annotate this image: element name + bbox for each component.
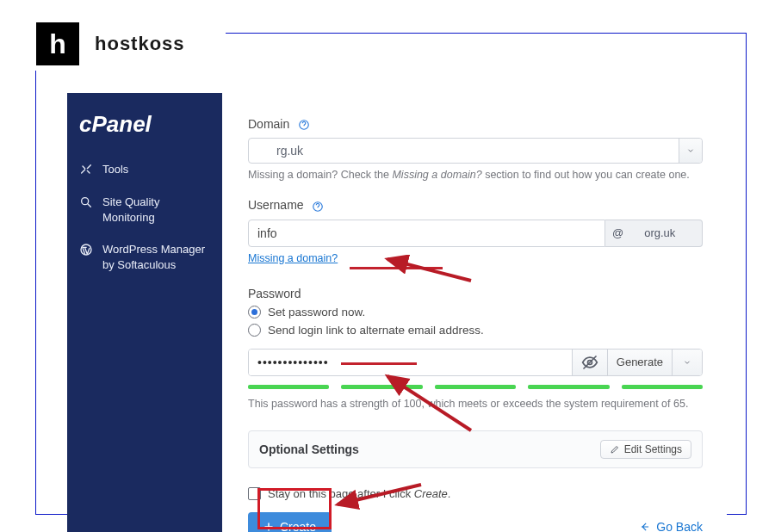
optional-settings-section: Optional Settings Edit Settings	[248, 430, 703, 468]
pencil-icon	[610, 444, 620, 455]
wordpress-icon	[78, 242, 94, 257]
arrow-left-icon	[639, 521, 651, 532]
chevron-down-icon	[679, 139, 702, 163]
cpanel-logo: cPanel	[67, 106, 222, 153]
go-back-link[interactable]: Go Back	[639, 520, 703, 532]
radio-icon	[248, 306, 261, 319]
plus-icon	[264, 522, 274, 532]
brand-logo: h	[36, 22, 79, 65]
help-icon[interactable]	[298, 119, 310, 131]
radio-icon	[248, 324, 261, 337]
sidebar-item-site-quality[interactable]: Site Quality Monitoring	[67, 186, 222, 233]
section-title: Optional Settings	[259, 442, 359, 456]
brand-name: hostkoss	[95, 33, 185, 55]
stay-on-page-checkbox[interactable]: Stay on this page after I click Create.	[248, 487, 703, 500]
edit-settings-button[interactable]: Edit Settings	[600, 440, 691, 459]
username-label: Username	[248, 198, 703, 212]
create-button[interactable]: Create	[248, 512, 332, 532]
help-icon[interactable]	[312, 201, 324, 213]
username-input[interactable]	[248, 220, 605, 247]
svg-point-0	[82, 198, 89, 205]
sidebar-item-tools[interactable]: Tools	[67, 153, 222, 186]
domain-label: Domain	[248, 117, 703, 131]
form-footer: Create Go Back	[248, 512, 703, 532]
brand-bar: h hostkoss	[26, 17, 226, 71]
username-domain-addon: @ org.uk	[605, 220, 703, 247]
password-label: Password	[248, 287, 703, 300]
password-input[interactable]	[249, 350, 572, 375]
generate-password-button[interactable]: Generate	[607, 350, 672, 375]
cpanel-window: cPanel Tools Site Quality Monitoring Wor…	[67, 93, 727, 532]
domain-select-value: rg.uk	[249, 144, 679, 158]
sidebar-item-label: Tools	[102, 162, 128, 177]
radio-label: Set password now.	[268, 306, 365, 319]
eye-off-icon	[581, 354, 598, 371]
username-row: @ org.uk	[248, 220, 703, 247]
password-row: Generate	[248, 349, 703, 376]
chevron-down-icon	[683, 358, 691, 367]
radio-set-now[interactable]: Set password now.	[248, 306, 703, 319]
password-strength-text: This password has a strength of 100, whi…	[248, 398, 703, 410]
radio-send-link[interactable]: Send login link to alternate email addre…	[248, 324, 703, 337]
checkbox-label: Stay on this page after I click Create.	[268, 487, 450, 500]
tools-icon	[78, 162, 94, 177]
sidebar-item-label: WordPress Manager by Softaculous	[102, 242, 211, 272]
domain-select[interactable]: rg.uk	[248, 138, 703, 164]
main-panel: Domain rg.uk Missing a domain? Check the…	[222, 93, 727, 532]
sidebar-item-label: Site Quality Monitoring	[102, 195, 211, 225]
magnifier-icon	[78, 195, 94, 210]
sidebar: cPanel Tools Site Quality Monitoring Wor…	[67, 93, 222, 532]
radio-label: Send login link to alternate email addre…	[268, 324, 484, 337]
generate-dropdown-button[interactable]	[672, 350, 702, 375]
domain-hint: Missing a domain? Check the Missing a do…	[248, 169, 703, 181]
password-strength-bar	[248, 385, 703, 389]
toggle-visibility-button[interactable]	[572, 350, 607, 375]
checkbox-icon	[248, 487, 261, 500]
sidebar-item-wordpress[interactable]: WordPress Manager by Softaculous	[67, 233, 222, 281]
missing-domain-link[interactable]: Missing a domain?	[248, 252, 338, 264]
